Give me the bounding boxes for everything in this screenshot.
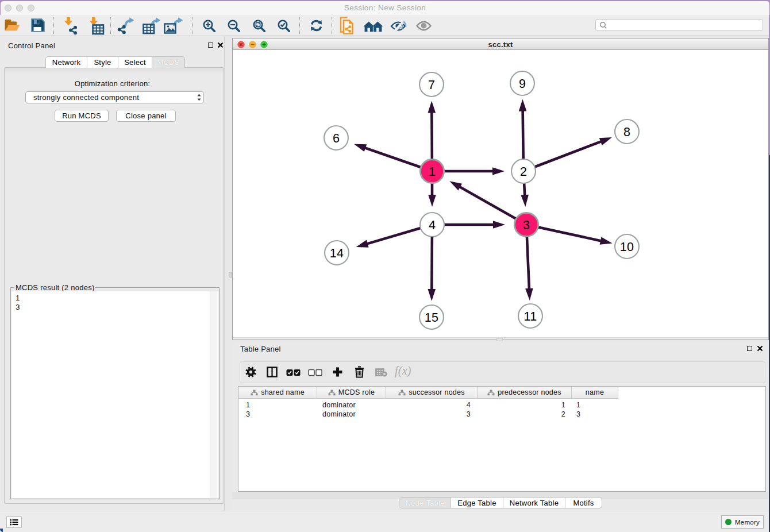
svg-text:4: 4: [429, 218, 436, 232]
svg-text:2: 2: [520, 165, 527, 179]
svg-text:3: 3: [523, 218, 530, 232]
svg-text:9: 9: [519, 77, 526, 91]
svg-text:8: 8: [623, 125, 630, 139]
svg-text:11: 11: [524, 310, 537, 323]
svg-text:14: 14: [330, 246, 344, 260]
svg-text:10: 10: [620, 240, 634, 254]
svg-text:15: 15: [425, 311, 438, 325]
svg-text:7: 7: [428, 78, 435, 92]
svg-text:1: 1: [429, 165, 436, 179]
svg-text:6: 6: [333, 132, 340, 145]
